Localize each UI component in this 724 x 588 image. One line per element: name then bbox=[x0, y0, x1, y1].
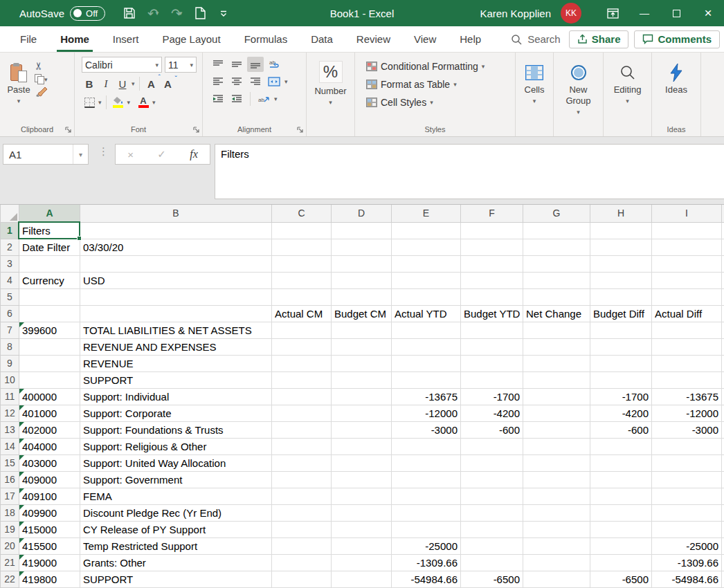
cell-G6[interactable]: Net Change bbox=[523, 305, 590, 322]
cell-C15[interactable] bbox=[272, 454, 332, 471]
cell-D12[interactable] bbox=[332, 405, 392, 421]
tab-formulas[interactable]: Formulas bbox=[233, 26, 300, 52]
cell-F12[interactable]: -4200 bbox=[461, 405, 523, 421]
row-header-20[interactable]: 20 bbox=[1, 538, 19, 554]
row-header-22[interactable]: 22 bbox=[1, 571, 19, 587]
cell-I1[interactable] bbox=[652, 222, 722, 239]
cell-C9[interactable] bbox=[272, 355, 332, 371]
cell-D7[interactable] bbox=[332, 322, 392, 338]
cell-F16[interactable] bbox=[461, 471, 523, 488]
column-header-F[interactable]: F bbox=[461, 205, 523, 222]
cut-button[interactable]: ✂ bbox=[35, 59, 44, 72]
cell-B9[interactable]: REVENUE bbox=[80, 355, 272, 371]
cell-H12[interactable]: -4200 bbox=[590, 405, 652, 421]
cell-I12[interactable]: -12000 bbox=[652, 405, 722, 421]
column-header-D[interactable]: D bbox=[332, 205, 392, 222]
cell-F6[interactable]: Budget YTD bbox=[461, 305, 523, 322]
cell-H16[interactable] bbox=[590, 471, 652, 488]
cell-B13[interactable]: Support: Foundations & Trusts bbox=[80, 421, 272, 438]
cell-H11[interactable]: -1700 bbox=[590, 388, 652, 405]
cell-A13[interactable]: 402000 bbox=[19, 421, 80, 438]
cell-C7[interactable] bbox=[272, 322, 332, 338]
cell-A2[interactable]: Date Filter bbox=[19, 239, 80, 255]
cell-F4[interactable] bbox=[461, 272, 523, 288]
cell-H5[interactable] bbox=[590, 288, 652, 305]
row-header-10[interactable]: 10 bbox=[1, 371, 19, 388]
cell-G22[interactable] bbox=[523, 571, 590, 587]
column-header-I[interactable]: I bbox=[652, 205, 722, 222]
cell-C5[interactable] bbox=[272, 288, 332, 305]
cell-H2[interactable] bbox=[590, 239, 652, 255]
formula-bar-input[interactable]: Filters bbox=[215, 144, 724, 199]
row-header-9[interactable]: 9 bbox=[1, 355, 19, 371]
cell-H9[interactable] bbox=[590, 355, 652, 371]
font-dialog-launcher-icon[interactable] bbox=[193, 127, 200, 134]
cell-I21[interactable]: -1309.66 bbox=[652, 554, 722, 571]
align-middle-button[interactable] bbox=[228, 57, 245, 72]
cell-D17[interactable] bbox=[332, 488, 392, 504]
comments-button[interactable]: Comments bbox=[634, 30, 720, 48]
cell-G12[interactable] bbox=[523, 405, 590, 421]
cell-C14[interactable] bbox=[272, 438, 332, 454]
tab-view[interactable]: View bbox=[402, 26, 448, 52]
cell-H10[interactable] bbox=[590, 371, 652, 388]
cell-H7[interactable] bbox=[590, 322, 652, 338]
cell-D10[interactable] bbox=[332, 371, 392, 388]
cell-E10[interactable] bbox=[392, 371, 461, 388]
cell-B21[interactable]: Grants: Other bbox=[80, 554, 272, 571]
cell-G20[interactable] bbox=[523, 538, 590, 554]
tab-file[interactable]: File bbox=[8, 26, 48, 52]
cell-A15[interactable]: 403000 bbox=[19, 454, 80, 471]
paste-button[interactable]: Paste ▾ bbox=[3, 55, 35, 122]
cell-I19[interactable] bbox=[652, 521, 722, 538]
cell-A20[interactable]: 415500 bbox=[19, 538, 80, 554]
cell-E5[interactable] bbox=[392, 288, 461, 305]
row-header-7[interactable]: 7 bbox=[1, 322, 19, 338]
cell-H8[interactable] bbox=[590, 338, 652, 355]
decrease-indent-button[interactable] bbox=[210, 91, 226, 107]
bold-button[interactable]: B bbox=[82, 76, 97, 91]
row-header-16[interactable]: 16 bbox=[1, 471, 19, 488]
cell-G9[interactable] bbox=[523, 355, 590, 371]
cell-C8[interactable] bbox=[272, 338, 332, 355]
cell-A8[interactable] bbox=[19, 338, 80, 355]
minimize-button[interactable]: — bbox=[628, 0, 660, 26]
font-name-select[interactable]: Calibri▾ bbox=[82, 57, 162, 73]
cell-I11[interactable]: -13675 bbox=[652, 388, 722, 405]
ribbon-display-options-icon[interactable] bbox=[597, 0, 628, 26]
cell-C6[interactable]: Actual CM bbox=[272, 305, 332, 322]
cell-A18[interactable]: 409900 bbox=[19, 504, 80, 521]
cell-A3[interactable] bbox=[19, 255, 80, 272]
cell-I14[interactable] bbox=[652, 438, 722, 454]
tab-help[interactable]: Help bbox=[448, 26, 493, 52]
cell-F9[interactable] bbox=[461, 355, 523, 371]
cancel-entry-icon[interactable]: × bbox=[127, 149, 134, 160]
cell-F19[interactable] bbox=[461, 521, 523, 538]
format-as-table-button[interactable]: Format as Table ▾ bbox=[363, 76, 512, 93]
cell-C18[interactable] bbox=[272, 504, 332, 521]
ideas-button[interactable]: Ideas bbox=[655, 55, 698, 122]
cell-G18[interactable] bbox=[523, 504, 590, 521]
cell-A5[interactable] bbox=[19, 288, 80, 305]
cell-E4[interactable] bbox=[392, 272, 461, 288]
row-header-2[interactable]: 2 bbox=[1, 239, 19, 255]
cell-C4[interactable] bbox=[272, 272, 332, 288]
cell-B8[interactable]: REVENUE AND EXPENSES bbox=[80, 338, 272, 355]
cell-D4[interactable] bbox=[332, 272, 392, 288]
cell-C13[interactable] bbox=[272, 421, 332, 438]
row-header-21[interactable]: 21 bbox=[1, 554, 19, 571]
cell-E11[interactable]: -13675 bbox=[392, 388, 461, 405]
cell-E15[interactable] bbox=[392, 454, 461, 471]
cell-A9[interactable] bbox=[19, 355, 80, 371]
cell-D9[interactable] bbox=[332, 355, 392, 371]
fill-color-button[interactable] bbox=[111, 95, 126, 110]
column-header-A[interactable]: A bbox=[19, 205, 80, 222]
cell-H19[interactable] bbox=[590, 521, 652, 538]
cell-G1[interactable] bbox=[523, 222, 590, 239]
cell-C12[interactable] bbox=[272, 405, 332, 421]
column-header-G[interactable]: G bbox=[523, 205, 590, 222]
cell-H18[interactable] bbox=[590, 504, 652, 521]
cell-G2[interactable] bbox=[523, 239, 590, 255]
alignment-dialog-launcher-icon[interactable] bbox=[297, 127, 304, 134]
cell-A11[interactable]: 400000 bbox=[19, 388, 80, 405]
